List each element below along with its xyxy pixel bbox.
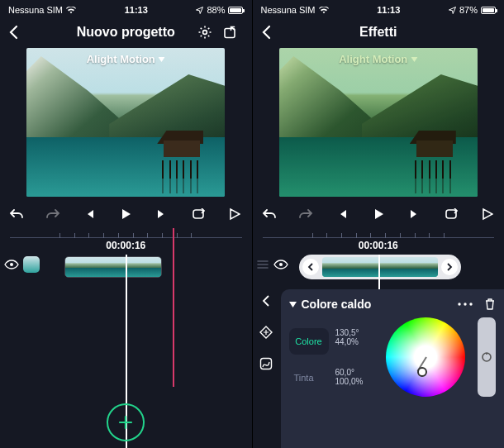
skip-start-button[interactable] — [78, 203, 101, 225]
effect-title: Colore caldo — [302, 298, 372, 311]
play-button[interactable] — [114, 203, 137, 225]
svg-rect-4 — [446, 210, 456, 218]
clip-end-marker[interactable] — [173, 228, 174, 387]
timeline-ruler[interactable] — [10, 228, 242, 238]
timeline-tracks[interactable] — [253, 255, 505, 283]
back-icon[interactable] — [8, 25, 18, 40]
reset-icon[interactable] — [481, 351, 492, 363]
timeline-tracks[interactable] — [0, 255, 252, 281]
timecode: 00:00:16 — [253, 238, 505, 251]
svg-point-9 — [469, 303, 472, 305]
status-bar: Nessuna SIM 11:13 88% — [0, 0, 252, 18]
video-preview[interactable]: Alight Motion — [26, 48, 225, 197]
watermark-dropdown[interactable]: Alight Motion — [339, 53, 417, 65]
navbar: Nuovo progetto — [0, 18, 252, 46]
export-icon[interactable] — [222, 25, 237, 40]
video-preview[interactable]: Alight Motion — [279, 48, 478, 197]
svg-point-7 — [458, 303, 460, 305]
screen-left: Nessuna SIM 11:13 88% Nuovo progetto — [0, 0, 253, 448]
drag-handle-icon[interactable] — [256, 260, 269, 269]
layer-thumbnail[interactable] — [23, 256, 40, 273]
clip-trim-right[interactable] — [441, 259, 458, 275]
visibility-toggle[interactable] — [3, 256, 20, 273]
timecode: 00:00:16 — [0, 238, 252, 251]
gear-icon[interactable] — [197, 25, 212, 40]
battery-pct: 88% — [207, 5, 225, 15]
page-title: Effetti — [307, 25, 450, 40]
param-color[interactable]: Colore — [289, 328, 329, 355]
battery-icon — [481, 7, 496, 14]
page-title: Nuovo progetto — [55, 25, 197, 40]
transport-bar — [0, 202, 252, 226]
tint-values: 60,0° 100,0% — [335, 368, 373, 386]
play-outline-button[interactable] — [476, 203, 499, 225]
loop-button[interactable] — [187, 203, 210, 225]
svg-point-8 — [464, 303, 466, 305]
param-tint[interactable]: Tinta — [289, 369, 329, 386]
intensity-slider[interactable] — [478, 317, 496, 397]
visibility-toggle[interactable] — [273, 256, 289, 273]
clock: 11:13 — [125, 5, 148, 15]
redo-button[interactable] — [294, 203, 317, 225]
clip-trim-left[interactable] — [302, 259, 319, 275]
skip-end-button[interactable] — [150, 203, 174, 225]
transport-bar — [253, 202, 505, 226]
status-bar: Nessuna SIM 11:13 87% — [253, 0, 505, 18]
trash-icon[interactable] — [484, 298, 496, 311]
more-icon[interactable] — [458, 303, 473, 306]
svg-rect-2 — [193, 210, 203, 218]
battery-pct: 87% — [459, 5, 478, 15]
panel-back-icon[interactable] — [262, 294, 270, 307]
location-icon — [449, 7, 456, 14]
redo-button[interactable] — [41, 203, 64, 225]
svg-point-5 — [279, 263, 283, 266]
svg-rect-1 — [225, 29, 235, 38]
back-icon[interactable] — [261, 25, 271, 40]
color-wheel[interactable] — [386, 317, 465, 397]
svg-rect-6 — [260, 359, 271, 369]
navbar: Effetti — [253, 18, 505, 46]
carrier-label: Nessuna SIM — [261, 5, 316, 15]
timeline-ruler[interactable] — [263, 228, 495, 238]
svg-point-3 — [10, 263, 13, 266]
watermark-dropdown[interactable]: Alight Motion — [87, 53, 165, 65]
effect-panel: Colore caldo Colore Tinta 130,5° 44, — [253, 289, 505, 448]
chevron-down-icon[interactable] — [289, 302, 297, 307]
screen-right: Nessuna SIM 11:13 87% Effetti — [253, 0, 505, 448]
undo-button[interactable] — [5, 203, 28, 225]
clock: 11:13 — [377, 5, 400, 15]
color-wheel-knob[interactable] — [417, 367, 427, 377]
curve-icon[interactable] — [259, 357, 273, 370]
wifi-icon — [66, 7, 76, 14]
location-icon — [196, 7, 203, 14]
play-button[interactable] — [367, 203, 390, 225]
wifi-icon — [319, 7, 329, 14]
svg-point-0 — [202, 31, 207, 35]
skip-start-button[interactable] — [330, 203, 354, 225]
carrier-label: Nessuna SIM — [8, 5, 63, 15]
battery-icon — [228, 7, 243, 14]
play-outline-button[interactable] — [223, 203, 246, 225]
color-values: 130,5° 44,0% — [335, 328, 373, 346]
loop-button[interactable] — [440, 203, 463, 225]
keyframe-icon[interactable] — [259, 326, 273, 339]
add-layer-button[interactable] — [107, 403, 145, 441]
timeline-clip[interactable] — [64, 256, 162, 278]
undo-button[interactable] — [258, 203, 281, 225]
skip-end-button[interactable] — [403, 203, 426, 225]
